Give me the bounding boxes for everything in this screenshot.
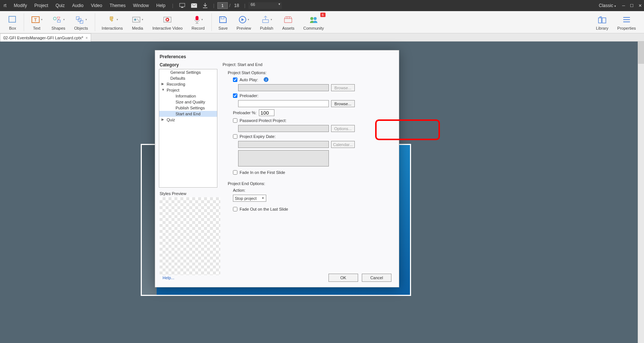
tree-general[interactable]: General Settings [159, 69, 217, 75]
menu-video[interactable]: Video [87, 3, 106, 8]
tree-project[interactable]: ▼Project [159, 87, 217, 93]
menu-audio[interactable]: Audio [69, 3, 87, 8]
properties-icon [623, 14, 631, 25]
highlight-annotation [375, 119, 440, 140]
ribbon-properties[interactable]: Properties [617, 14, 636, 30]
tree-start-end[interactable]: Start and End [159, 111, 217, 117]
zoom-dropdown[interactable]: 66 [248, 2, 282, 9]
preloader-label: Preloader: [240, 93, 258, 98]
menu-window[interactable]: Window [129, 3, 153, 8]
ribbon-divider [95, 13, 95, 31]
ribbon-preview[interactable]: ▾ Preview [237, 14, 251, 30]
community-icon [309, 14, 318, 25]
ribbon-publish[interactable]: ▾ Publish [260, 14, 273, 30]
window-maximize-icon[interactable]: ☐ [628, 1, 636, 10]
menu-modify[interactable]: Modify [10, 3, 30, 8]
chevron-right-icon[interactable]: ▶ [161, 82, 164, 86]
file-tab[interactable]: 02-GFI EventsManager-GFI LanGuard.cptx* … [0, 33, 91, 42]
ribbon-label: Save [218, 26, 228, 30]
browse-preloader-button[interactable]: Browse... [331, 100, 355, 107]
menu-help[interactable]: Help [153, 3, 169, 8]
expiry-message-input [238, 150, 329, 166]
styles-preview-label: Styles Preview [160, 191, 220, 196]
preloader-pct-input[interactable] [259, 109, 274, 116]
menubar: rt Modify Project Quiz Audio Video Theme… [0, 0, 644, 11]
fadein-checkbox[interactable] [233, 170, 237, 175]
ribbon-label: Library [596, 26, 608, 30]
options-button: Options... [331, 125, 355, 132]
page-separator: / [228, 3, 232, 8]
autoplay-checkbox[interactable] [233, 77, 237, 82]
ribbon-interactive-video[interactable]: Interactive Video [152, 14, 183, 30]
ribbon-assets[interactable]: Assets [282, 14, 294, 30]
fadeout-checkbox[interactable] [233, 207, 237, 211]
scrollbar-thumb[interactable] [638, 42, 644, 64]
tree-information[interactable]: Information [159, 93, 217, 99]
autoplay-path-input [238, 84, 329, 91]
styles-preview-area [160, 197, 220, 275]
ribbon-label: Interactive Video [152, 26, 183, 30]
help-link[interactable]: Help... [163, 276, 174, 280]
ribbon-interactions[interactable]: ▾ Interactions [102, 14, 123, 30]
ribbon-text[interactable]: T▾ Text [31, 14, 43, 30]
svg-point-22 [310, 17, 313, 20]
ribbon-community[interactable]: 6 Community [303, 14, 324, 30]
tree-recording[interactable]: ▶Recording [159, 81, 217, 87]
cancel-button[interactable]: Cancel [362, 274, 391, 282]
svg-rect-10 [78, 19, 81, 22]
ribbon-label: Media [132, 26, 143, 30]
svg-point-13 [134, 19, 136, 21]
library-icon [597, 14, 607, 25]
ribbon-box[interactable]: Box [8, 14, 17, 30]
publish-icon: ▾ [261, 14, 272, 25]
tree-defaults[interactable]: Defaults [159, 75, 217, 81]
ribbon-objects[interactable]: ▾ Objects [74, 14, 88, 30]
workspace-dropdown[interactable]: Classic ▾ [595, 3, 620, 8]
svg-marker-7 [57, 17, 60, 20]
ribbon-library[interactable]: Library [596, 14, 608, 30]
preloader-path-input[interactable] [238, 100, 329, 107]
expiry-checkbox[interactable] [233, 134, 237, 139]
ribbon-save[interactable]: Save [218, 14, 228, 30]
page-current-input[interactable] [217, 2, 228, 9]
password-checkbox[interactable] [233, 118, 237, 123]
slide-bg-left [142, 145, 157, 295]
password-label: Password Protect Project: [240, 118, 287, 123]
ribbon-label: Interactions [102, 26, 123, 30]
password-input [238, 125, 329, 132]
fadein-label: Fade In on the First Slide [240, 170, 285, 175]
preloader-checkbox[interactable] [233, 93, 237, 98]
badge: 6 [320, 13, 326, 17]
ribbon-label: Shapes [51, 26, 65, 30]
close-icon[interactable]: × [86, 36, 88, 40]
ribbon-shapes[interactable]: ▾ Shapes [51, 14, 65, 30]
menu-themes[interactable]: Themes [106, 3, 129, 8]
document-tabbar: 02-GFI EventsManager-GFI LanGuard.cptx* … [0, 33, 644, 42]
window-close-icon[interactable]: ✕ [636, 1, 644, 10]
mail-icon[interactable] [188, 3, 200, 8]
chevron-right-icon[interactable]: ▶ [161, 118, 164, 121]
monitor-icon[interactable] [176, 3, 188, 8]
action-dropdown[interactable]: Stop project▼ [233, 195, 266, 202]
menu-quiz[interactable]: Quiz [52, 3, 69, 8]
svg-rect-1 [181, 7, 183, 8]
ribbon-media[interactable]: ▾ Media [131, 14, 143, 30]
menu-project[interactable]: Project [31, 3, 52, 8]
ribbon-record[interactable]: ▾ Record [191, 14, 204, 30]
tree-publish[interactable]: Publish Settings [159, 105, 217, 111]
vertical-scrollbar[interactable] [638, 42, 644, 343]
ribbon-label: Assets [282, 26, 294, 30]
autoplay-label: Auto Play: [240, 77, 258, 82]
svg-rect-17 [196, 16, 198, 20]
download-icon[interactable] [200, 3, 210, 8]
ok-button[interactable]: OK [328, 274, 358, 282]
info-icon[interactable]: i [264, 77, 268, 82]
browse-autoplay-button: Browse... [331, 84, 355, 91]
svg-rect-21 [263, 20, 268, 23]
chevron-down-icon[interactable]: ▼ [161, 88, 165, 92]
window-minimize-icon[interactable]: ─ [620, 1, 628, 10]
tree-size-quality[interactable]: Size and Quality [159, 99, 217, 105]
tree-quiz[interactable]: ▶Quiz [159, 117, 217, 123]
menu-rt[interactable]: rt [0, 3, 10, 8]
interactive-video-icon [163, 14, 172, 25]
